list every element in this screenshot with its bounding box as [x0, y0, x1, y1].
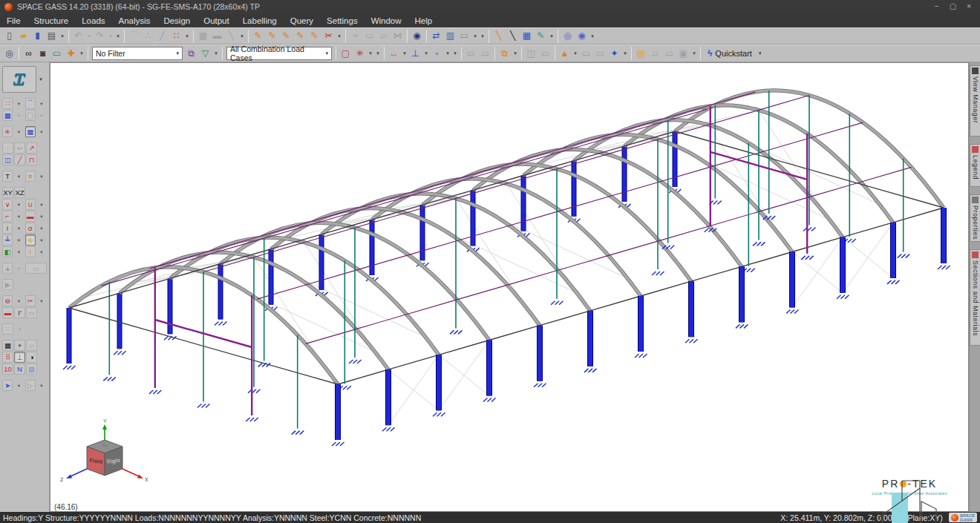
left-tool-r4c0[interactable]: ◫	[2, 154, 13, 165]
intersect-button[interactable]: ⋈	[391, 29, 405, 43]
redo-button-dropdown[interactable]: ▾	[107, 29, 114, 43]
left-tool-r1c0[interactable]: ▦	[2, 110, 13, 121]
draw-arc-button[interactable]: ⌒	[127, 29, 141, 43]
left-tool-r19c0[interactable]: 10	[2, 364, 13, 375]
left-tool-r18c1[interactable]: ⊥	[14, 352, 25, 363]
orientation-cube[interactable]: Front Right Top Y X Z	[57, 424, 154, 506]
grid-tool-button[interactable]: ▦	[196, 29, 210, 43]
save-button[interactable]: ▮	[30, 29, 45, 43]
plate-button[interactable]: ▭	[362, 29, 376, 43]
left-tool-r19c1[interactable]: N	[14, 364, 25, 375]
left-tool-dropdown[interactable]: ▾	[13, 380, 24, 391]
left-tool-r11c0[interactable]: ◧	[2, 246, 13, 257]
tab-sections-and-materials[interactable]: Sections and Materials	[970, 249, 980, 346]
left-tool-dropdown[interactable]: ▾	[36, 223, 47, 234]
tool-i-button[interactable]: ▭	[579, 47, 593, 61]
scale-button-dropdown[interactable]: ▾	[572, 47, 579, 61]
tab-properties[interactable]: Properties	[970, 194, 980, 242]
left-tool-r3c1[interactable]: ↩	[14, 142, 25, 154]
load-display-button[interactable]: ✳	[353, 47, 367, 61]
scale-button[interactable]: ▲	[558, 47, 572, 61]
measure-button[interactable]: ▭	[50, 47, 64, 61]
menu-loads[interactable]: Loads	[75, 13, 111, 27]
tool-f-button[interactable]: ▭	[478, 47, 492, 61]
left-tool-r17c1[interactable]: +	[14, 340, 25, 351]
node-group-1-button[interactable]: ◎	[561, 29, 575, 43]
left-tool-r7c2[interactable]: ∪	[25, 199, 36, 210]
undo-button[interactable]: ↶	[71, 29, 85, 43]
left-tool-dropdown[interactable]: ▾	[36, 110, 47, 121]
poly-tool-button[interactable]: ╲	[224, 29, 238, 43]
panel-button[interactable]: ▱	[376, 29, 391, 43]
axis-display-button-dropdown[interactable]: ▾	[422, 47, 430, 61]
left-tool-dropdown[interactable]: ▾	[13, 295, 24, 306]
tool-e-button[interactable]: ▭	[464, 47, 478, 61]
left-tool-r4c2[interactable]: ⊓	[26, 154, 37, 165]
tool-k-button[interactable]: ▱	[648, 47, 662, 61]
menu-structure[interactable]: Structure	[27, 13, 76, 27]
snapshot-button[interactable]: ◙	[36, 47, 50, 61]
left-tool-r0c0[interactable]: ∷	[2, 98, 13, 109]
chart-button[interactable]: ▥	[443, 29, 457, 43]
left-tool-dropdown[interactable]: ▾	[36, 171, 47, 182]
left-tool-r2c0[interactable]: ✳	[2, 126, 13, 137]
menu-query[interactable]: Query	[284, 13, 320, 27]
close-button[interactable]: ×	[967, 0, 971, 13]
filter-select[interactable]: No Filter▾	[92, 47, 183, 60]
open-file-button[interactable]: ▰	[16, 29, 30, 43]
quickstart-button[interactable]: ϟQuickstart	[703, 47, 757, 61]
print-button-dropdown[interactable]: ▾	[59, 29, 66, 43]
left-tool-r17c0[interactable]: ▦	[2, 340, 13, 351]
draw-member-button[interactable]: ╱	[155, 29, 169, 43]
swap-nodes-button[interactable]: ⇄	[429, 29, 443, 43]
left-tool-r12c0[interactable]: ▲	[2, 263, 13, 274]
node-marker-button[interactable]: ▢	[339, 47, 353, 61]
tool-j-button[interactable]: ▭	[593, 47, 607, 61]
undo-button-dropdown[interactable]: ▾	[85, 29, 93, 43]
left-tool-r7c0[interactable]: ∨	[2, 199, 13, 210]
member-edit-3-button[interactable]: ✎	[279, 29, 293, 43]
left-tool-dropdown[interactable]: ▾	[36, 295, 47, 306]
datasheet-button[interactable]: ▦	[520, 29, 534, 43]
left-tool-dropdown[interactable]: ▾	[36, 246, 47, 257]
left-tool-r5c2[interactable]: ≡	[25, 171, 36, 182]
tool-l-button[interactable]: ▭	[662, 47, 676, 61]
left-tool-r8c2[interactable]: ▬	[25, 211, 36, 222]
mesh-button[interactable]: ≈	[348, 29, 362, 43]
globe-button[interactable]: ◉	[410, 29, 424, 43]
selection-box-button-dropdown[interactable]: ▾	[444, 47, 451, 61]
left-tool-dropdown[interactable]: ▾	[13, 211, 24, 222]
left-tool-r8c0[interactable]: ⌐	[2, 211, 13, 222]
redo-button[interactable]: ↷	[93, 29, 107, 43]
tab-view-manager[interactable]: View Manager	[970, 65, 980, 136]
menu-analysis[interactable]: Analysis	[112, 13, 157, 27]
left-tool-r9c2[interactable]: σ	[25, 223, 36, 234]
wand-black-button[interactable]: ╲	[506, 29, 520, 43]
menu-design[interactable]: Design	[157, 13, 197, 27]
menu-file[interactable]: File	[0, 13, 27, 27]
dimension-button[interactable]: ↔	[387, 47, 401, 61]
left-tool-r18c0[interactable]: ⠿	[2, 352, 13, 363]
rotate-model-button-dropdown[interactable]: ▾	[621, 47, 629, 61]
left-tool-r14c2[interactable]: ✂	[25, 295, 36, 306]
left-tool-r1c2[interactable]: ◯	[25, 110, 36, 121]
print-button[interactable]: ▤	[45, 29, 59, 43]
new-file-button[interactable]: ▯	[2, 29, 16, 43]
node-group-2-button[interactable]: ◉	[575, 29, 589, 43]
left-tool-r19c2[interactable]: ▨	[26, 364, 37, 375]
left-tool-r10c2[interactable]: ⊜	[25, 234, 36, 246]
filter-copy-button[interactable]: ⧉	[184, 47, 198, 61]
menu-help[interactable]: Help	[408, 13, 440, 27]
line-tool-button[interactable]: ▬	[210, 29, 224, 43]
left-tool-r17c2[interactable]: ▱	[26, 340, 37, 351]
left-tool-r2c2[interactable]: ▦	[25, 126, 36, 137]
left-tool-dropdown[interactable]: ▾	[36, 126, 47, 137]
load-case-select[interactable]: All Combination Load Cases▾	[226, 47, 332, 60]
paint-brush-button[interactable]: ✎	[534, 29, 548, 43]
wand-orange-button[interactable]: ╲	[491, 29, 506, 43]
left-tool-dropdown[interactable]: ▾	[13, 126, 24, 137]
member-edit-2-button[interactable]: ✎	[265, 29, 279, 43]
minimize-button[interactable]: −	[935, 0, 939, 13]
member-edit-1-button[interactable]: ✎	[251, 29, 265, 43]
undo-more-dropdown[interactable]: ▾	[114, 29, 122, 43]
